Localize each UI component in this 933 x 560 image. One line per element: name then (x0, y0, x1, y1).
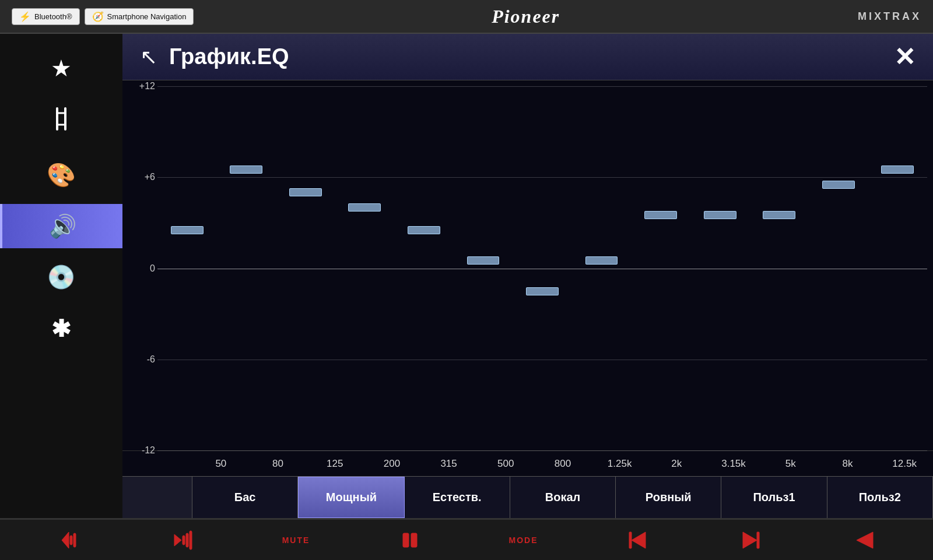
svg-marker-4 (62, 532, 69, 548)
freq-label-5k: 5k (762, 451, 819, 476)
pause-button[interactable] (387, 531, 433, 550)
star-icon: ★ (51, 55, 72, 82)
preset-btn-power[interactable]: Мощный (298, 477, 404, 518)
freq-label-125: 125 (306, 451, 363, 476)
eq-title-area: ↖ График.EQ (140, 44, 289, 69)
prev-button[interactable] (614, 530, 661, 551)
sidebar-item-disc[interactable]: 💿 (0, 254, 122, 300)
eq-bar-5[interactable] (467, 256, 500, 265)
svg-rect-12 (411, 533, 417, 547)
eq-bar-10[interactable] (763, 211, 795, 219)
close-button[interactable]: ✕ (894, 42, 916, 72)
top-bar-left: ⚡ Bluetooth® 🧭 Smartphone Navigation (12, 8, 194, 25)
mixtrax-label: MIXTRAX (858, 10, 921, 23)
vol-up-button[interactable] (159, 530, 206, 551)
preset-btn-flat[interactable]: Ровный (616, 477, 721, 518)
sidebar: ★ 🎨 🔊 💿 ✱ (0, 34, 122, 518)
pioneer-logo: Pioneer (194, 6, 858, 27)
grid-line-0 (157, 269, 927, 269)
preset-btn-bass[interactable]: Бас (192, 477, 298, 518)
preset-btn-natural[interactable]: Естеств. (405, 477, 510, 518)
eq-title: График.EQ (169, 44, 289, 69)
sidebar-item-favorites[interactable]: ★ (0, 45, 122, 91)
eq-header: ↖ График.EQ ✕ (122, 34, 933, 80)
freq-label-2k: 2k (648, 451, 706, 476)
grid-line--6 (157, 360, 927, 360)
navigation-icon: 🧭 (92, 11, 104, 22)
sidebar-item-audio[interactable]: 🔊 (0, 204, 122, 248)
mute-button[interactable]: MUTE (273, 536, 320, 545)
svg-marker-16 (743, 532, 757, 548)
navigation-button[interactable]: 🧭 Smartphone Navigation (85, 8, 194, 25)
grid-line-12 (157, 86, 927, 87)
freq-label-200: 200 (363, 451, 420, 476)
eq-content: ↖ График.EQ ✕ +12+60-6-12 50801252003155… (122, 34, 933, 518)
eq-chart: +12+60-6-12 (122, 80, 933, 450)
preset-btn-user1[interactable]: Польз1 (721, 477, 827, 518)
svg-marker-17 (857, 532, 873, 548)
bt-icon: ✱ (51, 315, 71, 342)
grid-label--12: -12 (125, 445, 155, 456)
freq-label-50: 50 (192, 451, 250, 476)
speaker-icon: 🔊 (49, 213, 76, 239)
grid-line--12 (157, 450, 927, 451)
freq-label-80: 80 (250, 451, 307, 476)
navigation-label: Smartphone Navigation (107, 12, 187, 21)
svg-rect-1 (64, 107, 66, 131)
bottom-bar: MUTE MODE (0, 518, 933, 560)
mode-button[interactable]: MODE (500, 536, 547, 545)
disc-icon: 💿 (47, 263, 76, 291)
svg-rect-0 (56, 107, 58, 131)
mode-label: MODE (509, 536, 538, 545)
bluetooth-button[interactable]: ⚡ Bluetooth® (12, 8, 80, 25)
freq-label-8k: 8k (819, 451, 876, 476)
svg-rect-9 (186, 533, 188, 547)
grid-label--6: -6 (125, 354, 155, 365)
svg-marker-7 (174, 534, 181, 546)
svg-rect-10 (190, 531, 192, 550)
eq-bar-6[interactable] (526, 287, 559, 295)
sidebar-item-bluetooth[interactable]: ✱ (0, 306, 122, 351)
freq-label-315: 315 (420, 451, 478, 476)
sidebar-item-settings[interactable] (0, 97, 122, 146)
next-button[interactable] (728, 530, 774, 551)
freq-label-3.15k: 3.15k (705, 451, 762, 476)
eq-bar-4[interactable] (408, 226, 440, 234)
eq-bar-7[interactable] (585, 256, 618, 265)
eq-bar-11[interactable] (822, 181, 855, 189)
freq-labels: 50801252003155008001.25k2k3.15k5k8k12.5k (122, 450, 933, 476)
bluetooth-label: Bluetooth® (34, 12, 72, 21)
freq-label-500: 500 (477, 451, 534, 476)
svg-rect-8 (183, 536, 185, 545)
eq-bar-1[interactable] (230, 165, 262, 174)
preset-btn-vocal[interactable]: Вокал (510, 477, 616, 518)
svg-rect-6 (73, 533, 76, 547)
back-button[interactable]: ↖ (140, 45, 157, 69)
palette-icon: 🎨 (47, 161, 76, 189)
freq-label-12.5k: 12.5k (876, 451, 933, 476)
freq-label-800: 800 (534, 451, 591, 476)
eq-bar-12[interactable] (881, 165, 914, 174)
eq-bar-2[interactable] (289, 188, 322, 196)
preset-btn-user2[interactable]: Польз2 (827, 477, 933, 518)
grid-label-12: +12 (125, 81, 155, 91)
main-area: ★ 🎨 🔊 💿 ✱ (0, 34, 933, 518)
vol-down-button[interactable] (45, 530, 92, 551)
eq-bar-0[interactable] (171, 226, 204, 234)
eq-bar-8[interactable] (644, 211, 677, 219)
preset-row: БасМощныйЕстеств.ВокалРовныйПольз1Польз2 (122, 476, 933, 518)
tools-icon (50, 106, 72, 137)
svg-marker-14 (632, 532, 646, 548)
grid-line-6 (157, 177, 927, 178)
mute-label: MUTE (282, 536, 310, 545)
grid-label-6: +6 (125, 172, 155, 182)
freq-label-1.25k: 1.25k (591, 451, 648, 476)
svg-rect-11 (403, 533, 409, 547)
eq-bar-9[interactable] (704, 211, 736, 219)
svg-rect-5 (70, 536, 72, 545)
grid-label-0: 0 (125, 263, 155, 274)
back-audio-button[interactable] (841, 530, 888, 551)
top-bar: ⚡ Bluetooth® 🧭 Smartphone Navigation Pio… (0, 0, 933, 34)
eq-bar-3[interactable] (348, 203, 381, 212)
sidebar-item-theme[interactable]: 🎨 (0, 152, 122, 198)
